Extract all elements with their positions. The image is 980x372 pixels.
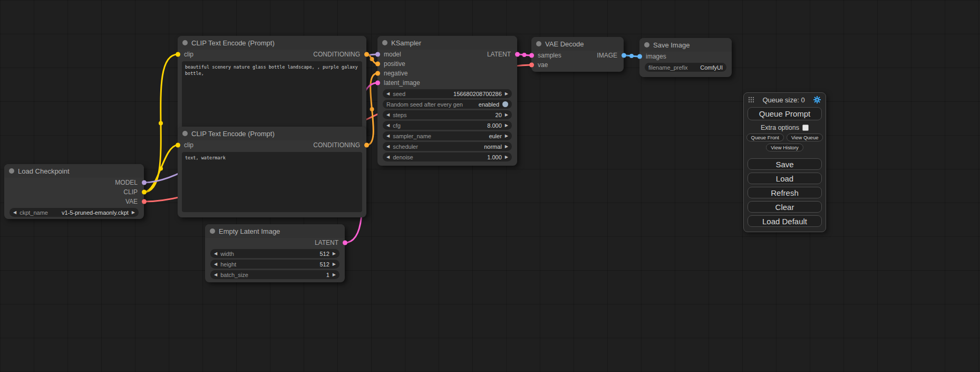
decrement-arrow-icon[interactable]: ◀	[214, 273, 217, 277]
drag-handle-icon[interactable]	[748, 97, 754, 103]
increment-arrow-icon[interactable]: ▶	[505, 155, 508, 159]
collapse-dot[interactable]	[644, 42, 649, 47]
node-title-bar[interactable]: CLIP Text Encode (Prompt)	[178, 36, 366, 50]
node-title-bar[interactable]: Load Checkpoint	[4, 164, 144, 178]
node-title-bar[interactable]: VAE Decode	[531, 37, 624, 51]
decrement-arrow-icon[interactable]: ◀	[386, 155, 390, 159]
decrement-arrow-icon[interactable]: ◀	[214, 262, 217, 266]
increment-arrow-icon[interactable]: ▶	[505, 123, 508, 128]
queue-size-label: Queue size: 0	[754, 96, 813, 104]
decrement-arrow-icon[interactable]: ◀	[386, 145, 390, 149]
node-clip-text-encode-positive[interactable]: CLIP Text Encode (Prompt) clip CONDITION…	[178, 36, 366, 133]
decrement-arrow-icon[interactable]: ◀	[386, 113, 390, 117]
input-port-negative[interactable]	[375, 71, 380, 76]
collapse-dot[interactable]	[210, 228, 215, 234]
next-arrow-icon[interactable]: ▶	[132, 211, 135, 215]
node-title: CLIP Text Encode (Prompt)	[191, 39, 275, 47]
widget-control-after-generate[interactable]: Random seed after every gen enabled	[383, 100, 512, 109]
decrement-arrow-icon[interactable]: ◀	[214, 252, 217, 256]
decrement-arrow-icon[interactable]: ◀	[386, 92, 390, 96]
output-port-conditioning[interactable]	[364, 143, 369, 148]
increment-arrow-icon[interactable]: ▶	[505, 92, 508, 96]
widget-steps[interactable]: ◀ steps 20 ▶	[383, 110, 512, 119]
view-history-button[interactable]: View History	[766, 144, 803, 151]
clear-button[interactable]: Clear	[748, 201, 822, 213]
increment-arrow-icon[interactable]: ▶	[333, 273, 336, 277]
slot-row: samples IMAGE	[531, 51, 624, 60]
output-port-clip[interactable]	[142, 190, 147, 195]
decrement-arrow-icon[interactable]: ◀	[386, 123, 390, 128]
widget-cfg[interactable]: ◀ cfg 8.000 ▶	[383, 121, 512, 130]
queue-prompt-button[interactable]: Queue Prompt	[748, 107, 822, 120]
output-port-image[interactable]	[622, 53, 626, 58]
increment-arrow-icon[interactable]: ▶	[505, 134, 508, 138]
node-title-bar[interactable]: Empty Latent Image	[205, 224, 345, 238]
collapse-dot[interactable]	[9, 168, 14, 174]
output-port-conditioning[interactable]	[364, 52, 369, 57]
slot-row: LATENT	[205, 238, 345, 247]
negative-prompt-textarea[interactable]: text, watermark	[182, 152, 362, 212]
prev-arrow-icon[interactable]: ◀	[13, 211, 16, 215]
widget-scheduler[interactable]: ◀ scheduler normal ▶	[383, 142, 512, 151]
input-port-model[interactable]	[375, 52, 380, 57]
node-title-bar[interactable]: CLIP Text Encode (Prompt)	[178, 127, 366, 140]
widget-width[interactable]: ◀ width 512 ▶	[210, 249, 339, 258]
load-default-button[interactable]: Load Default	[748, 215, 822, 227]
node-vae-decode[interactable]: VAE Decode samples IMAGE vae	[531, 37, 624, 72]
output-port-latent[interactable]	[343, 241, 347, 245]
node-title-bar[interactable]: Save Image	[639, 38, 732, 52]
input-label-clip: clip	[184, 141, 193, 149]
output-label-model: MODEL	[115, 179, 138, 186]
node-ksampler[interactable]: KSampler model LATENT positive negative …	[377, 36, 517, 166]
input-port-vae[interactable]	[529, 63, 534, 68]
output-label-conditioning: CONDITIONING	[313, 51, 360, 58]
node-title-bar[interactable]: KSampler	[377, 36, 517, 50]
widget-batch-size[interactable]: ◀ batch_size 1 ▶	[210, 270, 339, 279]
node-clip-text-encode-negative[interactable]: CLIP Text Encode (Prompt) clip CONDITION…	[178, 127, 366, 217]
input-label-vae: vae	[538, 61, 548, 69]
increment-arrow-icon[interactable]: ▶	[505, 145, 508, 149]
queue-front-button[interactable]: Queue Front	[746, 133, 784, 141]
collapse-dot[interactable]	[382, 40, 387, 45]
widget-ckpt-name[interactable]: ◀ ckpt_name v1-5-pruned-emaonly.ckpt ▶	[9, 208, 139, 217]
collapse-dot[interactable]	[536, 41, 541, 46]
node-title: Save Image	[653, 41, 690, 49]
positive-prompt-textarea[interactable]: beautiful scenery nature glass bottle la…	[182, 61, 362, 129]
input-port-images[interactable]	[637, 54, 642, 59]
node-save-image[interactable]: Save Image images filename_prefix ComfyU…	[639, 38, 732, 77]
slot-row: images	[639, 52, 732, 61]
save-button[interactable]: Save	[748, 158, 822, 170]
decrement-arrow-icon[interactable]: ◀	[386, 134, 390, 138]
input-label-samples: samples	[538, 52, 561, 59]
input-port-samples[interactable]	[529, 53, 534, 58]
collapse-dot[interactable]	[182, 131, 188, 136]
widget-height[interactable]: ◀ height 512 ▶	[210, 260, 339, 269]
settings-gear-icon[interactable]	[813, 96, 821, 104]
input-port-positive[interactable]	[375, 62, 380, 66]
increment-arrow-icon[interactable]: ▶	[333, 262, 336, 266]
input-port-clip[interactable]	[176, 52, 180, 57]
extra-options-label: Extra options	[761, 124, 799, 131]
widget-seed[interactable]: ◀ seed 156680208700286 ▶	[383, 89, 512, 98]
widget-denoise[interactable]: ◀ denoise 1.000 ▶	[383, 152, 512, 161]
slot-row: negative	[377, 69, 517, 78]
output-label-latent: LATENT	[315, 239, 338, 246]
increment-arrow-icon[interactable]: ▶	[333, 252, 336, 256]
widget-sampler-name[interactable]: ◀ sampler_name euler ▶	[383, 131, 512, 140]
node-load-checkpoint[interactable]: Load Checkpoint MODEL CLIP VAE ◀ ckpt_na…	[4, 164, 144, 219]
output-port-model[interactable]	[142, 180, 147, 185]
input-port-latent-image[interactable]	[375, 81, 380, 85]
output-port-vae[interactable]	[142, 199, 147, 204]
refresh-button[interactable]: Refresh	[748, 187, 822, 198]
slot-row: positive	[377, 59, 517, 69]
collapse-dot[interactable]	[182, 40, 188, 45]
view-queue-button[interactable]: View Queue	[787, 133, 823, 141]
input-port-clip[interactable]	[176, 143, 180, 148]
extra-options-checkbox[interactable]	[802, 125, 809, 131]
widget-filename-prefix[interactable]: filename_prefix ComfyUI	[645, 63, 726, 72]
node-empty-latent-image[interactable]: Empty Latent Image LATENT ◀ width 512 ▶ …	[205, 224, 345, 282]
output-port-latent[interactable]	[515, 52, 520, 57]
load-button[interactable]: Load	[748, 173, 822, 184]
toggle-knob[interactable]	[502, 101, 508, 107]
increment-arrow-icon[interactable]: ▶	[505, 113, 508, 117]
